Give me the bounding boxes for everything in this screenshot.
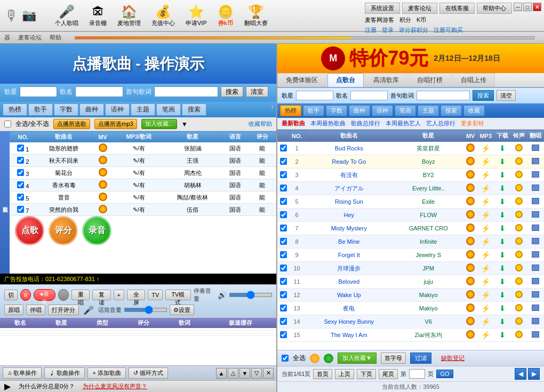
plus-button[interactable]: + (114, 290, 124, 300)
right-select-all[interactable] (282, 355, 289, 362)
section-week-artist[interactable]: 本周最热艺人 (386, 119, 421, 127)
tool-label[interactable]: 器 (4, 34, 10, 42)
mic-vol-slider[interactable] (124, 308, 167, 312)
subtab-hot[interactable]: 热榜 (280, 105, 301, 116)
tab-upload[interactable]: 自唱上传 (452, 73, 495, 87)
loop-button[interactable]: ↺ 循环方式 (129, 367, 168, 379)
right-song-row[interactable]: 13 夜电 Makiyo ⚡ ⬇ (278, 302, 544, 315)
settings-button[interactable]: 系统设置 (365, 3, 400, 14)
select-all-checkbox[interactable] (4, 121, 11, 127)
pl-top-btn[interactable]: △ (228, 368, 238, 379)
nav-item-studio[interactable]: 🏚 录音棚 (89, 4, 107, 27)
song-input[interactable] (75, 86, 123, 97)
right-song-row[interactable]: 12 Wake Up Makiyo ⚡ ⬇ (278, 289, 544, 302)
right-filter-button[interactable]: 过滤 (410, 353, 431, 364)
help-link[interactable]: 帮助 (50, 34, 61, 42)
retake-button[interactable]: 复读 (92, 290, 110, 300)
table-row[interactable]: 4 香水有毒 ✎/有 胡杨林 国语 能 (10, 179, 276, 191)
add-song-button[interactable]: + 添加歌曲 (87, 367, 125, 379)
song-edit-button[interactable]: ♩ 歌曲操作 (44, 367, 85, 379)
page-prev-arrow[interactable]: ◀ (515, 368, 526, 380)
pl-up-btn[interactable]: ▲ (216, 368, 227, 379)
prev-page-button[interactable]: 上页 (335, 369, 354, 379)
tab-chars[interactable]: 字数 (54, 103, 78, 116)
right-singer-input[interactable] (296, 91, 333, 100)
section-artist-total[interactable]: 艺人总排行 (426, 119, 455, 127)
tv-button[interactable]: TV (148, 290, 163, 300)
subtab-theme[interactable]: 主题 (418, 105, 439, 116)
right-clear-button[interactable]: 清空 (497, 90, 516, 101)
login-link[interactable]: 登录 (382, 26, 394, 34)
last-page-button[interactable]: 尾页 (379, 369, 398, 379)
original-button[interactable]: 原唱 (4, 305, 23, 315)
tab-free[interactable]: 免费体验区 (277, 73, 326, 87)
fullscreen-button[interactable]: 全屏 (127, 290, 145, 300)
right-song-row[interactable]: 6 Hey FLOW ⚡ ⬇ (278, 209, 544, 222)
collect-button[interactable]: 加入收藏... (141, 119, 177, 129)
collect-help-link[interactable]: 收藏帮助 (249, 120, 272, 128)
right-song-row[interactable]: 1 Bud Rocks 英皇群星 ⚡ ⬇ (278, 142, 544, 155)
table-row[interactable]: 2 秋天不回来 ✎/有 王强 国语 能 (10, 155, 276, 167)
right-song-row[interactable]: 2 Ready To Go Boyz ⚡ ⬇ (278, 155, 544, 169)
tab-hot[interactable]: 热榜 (3, 103, 27, 116)
close-button[interactable]: ✕ (533, 3, 541, 11)
help-button[interactable]: 帮助中心 (477, 3, 512, 14)
forum-button[interactable]: 麦客论坛 (402, 3, 437, 14)
buy-link[interactable]: 注册可购买 (434, 26, 463, 34)
subtab-singer[interactable]: 歌手 (303, 105, 324, 116)
tab-chart[interactable]: 自唱打榜 (409, 73, 451, 87)
singer-input[interactable] (20, 86, 57, 97)
table-row[interactable]: 5 普音 ✎/有 陶喆/蔡依林 国语 能 (10, 191, 276, 204)
pause-button[interactable]: ⏸ (20, 289, 31, 301)
tv-mode-button[interactable]: TV模式 (165, 290, 190, 300)
tab-jukebox[interactable]: 点歌台 (327, 73, 364, 87)
record-button[interactable]: 录音 (82, 216, 111, 245)
right-lyrics-input[interactable] (417, 91, 470, 100)
right-index-button[interactable]: 首字母 (381, 353, 406, 364)
right-song-row[interactable]: 10 月球漫步 JPM ⚡ ⬇ (278, 262, 544, 275)
section-total[interactable]: 歌曲总排行 (351, 119, 380, 127)
tab-search[interactable]: 搜索 (182, 103, 206, 116)
lyrics-input[interactable] (154, 86, 218, 97)
table-row[interactable]: 1 隐形的翅膀 ✎/有 张韶涵 国语 能 (10, 142, 276, 155)
subtab-collect[interactable]: 收藏 (463, 105, 485, 116)
left-search-button[interactable]: 搜索 (221, 86, 243, 97)
bottom-link[interactable]: 为什么麦克风没有声音？ (83, 382, 147, 390)
section-newest[interactable]: 最新歌曲 (282, 119, 305, 127)
next-page-button[interactable]: 下页 (357, 369, 376, 379)
accompany-button[interactable]: 伴唱 (26, 305, 45, 315)
minimize-button[interactable]: ─ (514, 3, 522, 11)
replay-button[interactable]: 重唱 (71, 290, 90, 300)
settings-button-2[interactable]: ⚙设置 (170, 305, 194, 315)
nav-item-personal[interactable]: 🎤 个人歌唱 (55, 4, 78, 27)
right-song-row[interactable]: 3 有没有 BY2 ⚡ ⬇ (278, 169, 544, 182)
subtab-chars[interactable]: 字数 (326, 105, 347, 116)
right-song-row[interactable]: 7 Misty Mystery GARNET CRO ⚡ ⬇ (278, 222, 544, 235)
tab-theme[interactable]: 主题 (131, 103, 155, 116)
tab-genre[interactable]: 曲种 (79, 103, 104, 116)
register-link[interactable]: 注册 (365, 26, 377, 34)
right-song-row[interactable]: 8 Be Mine Infinite ⚡ ⬇ (278, 235, 544, 249)
nav-item-topup[interactable]: 💰 充值中心 (151, 4, 175, 27)
right-song-row[interactable]: 15 The Way I Am Zia/何东均 ⚡ ⬇ (278, 329, 544, 342)
table-row[interactable]: 7 突然的自我 ✎/有 伍佰 国语 能 (10, 204, 276, 216)
pl-delete-btn[interactable]: ✕ (263, 368, 274, 379)
score-earn-link[interactable]: 评分获积分 (399, 26, 428, 34)
subtab-search[interactable]: 搜索 (441, 105, 462, 116)
pl-bottom-btn[interactable]: ▽ (251, 368, 262, 379)
mute-button[interactable] (58, 289, 69, 301)
dropdown-arrow[interactable]: ▼ (181, 121, 188, 128)
service-button[interactable]: 在线客服 (439, 3, 475, 14)
rate-button[interactable]: 评分 (49, 216, 78, 245)
song-ops-button[interactable]: ♫ 歌单操作 (3, 367, 42, 379)
dl-all-button[interactable]: 点播所选mp3 (94, 119, 137, 129)
section-ringtone[interactable]: 更多彩铃 (461, 119, 484, 127)
record-btn[interactable]: ●录音 (34, 289, 55, 301)
nav-item-contest[interactable]: 🏆 翻唱大赛 (244, 4, 268, 27)
play-song-button[interactable]: 点歌 (15, 216, 44, 245)
nav-item-coins[interactable]: 🪙 挣k币 (218, 4, 234, 27)
tab-lang[interactable]: 语种 (105, 103, 130, 116)
right-search-button[interactable]: 搜索 (473, 90, 494, 101)
go-button[interactable]: GO (436, 370, 453, 378)
right-song-row[interactable]: 14 Sexy Honey Bunny V6 ⚡ ⬇ (278, 315, 544, 329)
